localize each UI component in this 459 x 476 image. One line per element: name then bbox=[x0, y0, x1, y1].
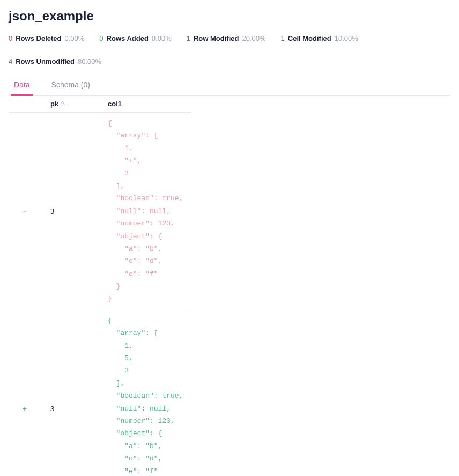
cell-col1: { "array": [ 1, 5, 3 ], "boolean": true,… bbox=[108, 313, 191, 476]
stat-item: 1Cell Modified10.00% bbox=[281, 34, 358, 42]
col-header-pk[interactable]: pk bbox=[41, 100, 108, 108]
stat-count: 0 bbox=[99, 34, 103, 42]
stat-count: 4 bbox=[9, 57, 12, 65]
diff-marker: − bbox=[9, 116, 41, 306]
diff-marker: + bbox=[9, 313, 41, 476]
table-header: pk col1 bbox=[9, 96, 191, 113]
cell-pk: 3 bbox=[41, 313, 108, 476]
stat-label: Rows Deleted bbox=[16, 34, 61, 42]
page-title: json_example bbox=[9, 9, 450, 24]
col-header-diff bbox=[9, 100, 41, 108]
stats-bar: 0Rows Deleted0.00%0Rows Added0.00%1Row M… bbox=[9, 34, 450, 65]
stat-pct: 10.00% bbox=[335, 34, 358, 42]
cell-col1: { "array": [ 1, "+", 3 ], "boolean": tru… bbox=[108, 116, 191, 306]
tab-schema[interactable]: Schema (0) bbox=[48, 76, 93, 96]
stat-count: 1 bbox=[281, 34, 285, 42]
stat-pct: 80.00% bbox=[78, 57, 101, 65]
stat-pct: 0.00% bbox=[64, 34, 84, 42]
stat-count: 1 bbox=[187, 34, 190, 42]
col-header-pk-label: pk bbox=[50, 100, 58, 108]
cell-pk: 3 bbox=[41, 116, 108, 306]
stat-item: 0Rows Added0.00% bbox=[99, 34, 171, 42]
col-header-col1[interactable]: col1 bbox=[108, 100, 191, 108]
diff-table: pk col1 −3{ "array": [ 1, "+", 3 ], "boo… bbox=[9, 96, 191, 476]
svg-point-0 bbox=[62, 102, 64, 104]
stat-pct: 20.00% bbox=[242, 34, 265, 42]
table-row: +3{ "array": [ 1, 5, 3 ], "boolean": tru… bbox=[9, 310, 191, 476]
key-icon bbox=[61, 101, 66, 107]
stat-label: Rows Added bbox=[107, 34, 149, 42]
tab-data[interactable]: Data bbox=[11, 76, 33, 96]
stat-label: Cell Modified bbox=[288, 34, 331, 42]
stat-item: 4Rows Unmodified80.00% bbox=[9, 57, 101, 65]
table-row: −3{ "array": [ 1, "+", 3 ], "boolean": t… bbox=[9, 113, 191, 310]
stat-count: 0 bbox=[9, 34, 12, 42]
stat-label: Rows Unmodified bbox=[16, 57, 75, 65]
stat-pct: 0.00% bbox=[152, 34, 172, 42]
stat-label: Row Modified bbox=[194, 34, 239, 42]
stat-item: 0Rows Deleted0.00% bbox=[9, 34, 84, 42]
tabs: DataSchema (0) bbox=[9, 76, 450, 96]
stat-item: 1Row Modified20.00% bbox=[187, 34, 266, 42]
